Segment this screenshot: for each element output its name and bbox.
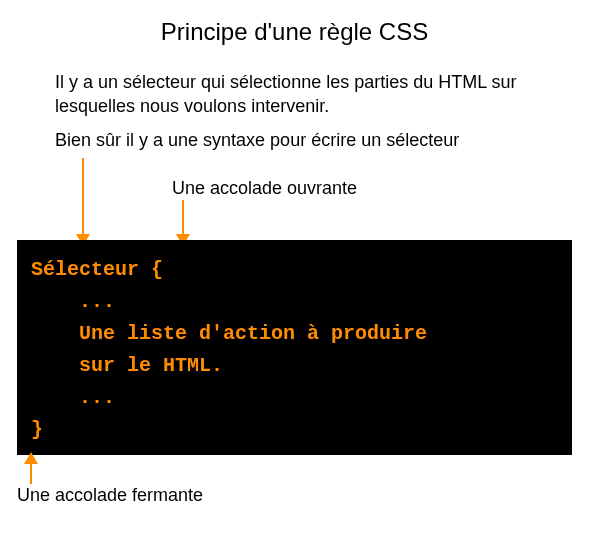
code-line: ... <box>31 386 115 409</box>
code-line: Sélecteur { <box>31 258 163 281</box>
arrowhead-icon <box>24 452 38 464</box>
arrow-to-open-brace <box>182 200 184 236</box>
intro-paragraph-2: Bien sûr il y a une syntaxe pour écrire … <box>55 128 535 152</box>
code-block: Sélecteur { ... Une liste d'action à pro… <box>17 240 572 455</box>
arrow-to-selector <box>82 158 84 236</box>
intro-paragraph-1: Il y a un sélecteur qui sélectionne les … <box>55 70 535 119</box>
page-title: Principe d'une règle CSS <box>0 18 589 46</box>
code-line: } <box>31 418 43 441</box>
code-line: Une liste d'action à produire <box>31 322 427 345</box>
arrow-to-close-brace <box>30 462 32 484</box>
annotation-open-brace: Une accolade ouvrante <box>172 178 357 199</box>
annotation-close-brace: Une accolade fermante <box>17 485 203 506</box>
code-line: sur le HTML. <box>31 354 223 377</box>
code-line: ... <box>31 290 115 313</box>
